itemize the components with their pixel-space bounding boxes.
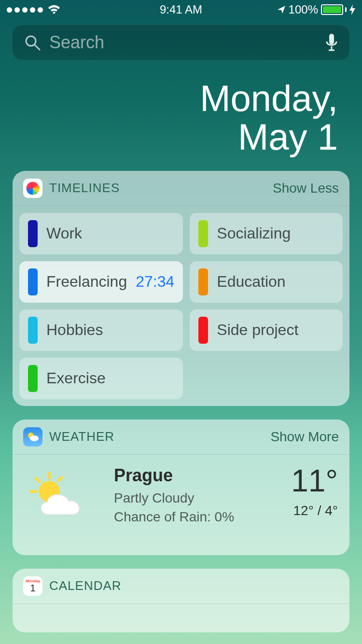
wifi-icon bbox=[48, 5, 60, 14]
tile-color-swatch bbox=[28, 220, 38, 247]
tile-label: Socializing bbox=[217, 224, 334, 242]
search-icon bbox=[24, 34, 41, 51]
location-icon bbox=[277, 5, 286, 14]
timeline-tile[interactable]: Freelancing27:34 bbox=[19, 261, 183, 303]
date-display: Monday, May 1 bbox=[0, 60, 362, 171]
tile-color-swatch bbox=[28, 317, 38, 344]
svg-rect-2 bbox=[329, 34, 334, 44]
timelines-app-icon bbox=[23, 179, 42, 198]
status-left bbox=[7, 5, 60, 14]
weather-temp-current: 11° bbox=[291, 465, 338, 496]
tile-label: Hobbies bbox=[46, 321, 174, 339]
timelines-title: TIMELINES bbox=[49, 181, 266, 196]
timelines-tiles: WorkSocializingFreelancing27:34Education… bbox=[19, 213, 343, 399]
tile-label: Freelancing bbox=[46, 273, 127, 291]
weather-body[interactable]: Prague Partly Cloudy Chance of Rain: 0% … bbox=[13, 454, 349, 555]
weather-condition: Partly Cloudy bbox=[114, 489, 274, 507]
tile-label: Education bbox=[217, 273, 334, 291]
weather-header[interactable]: WEATHER Show More bbox=[13, 420, 349, 454]
calendar-header[interactable]: Monday 1 CALENDAR bbox=[13, 569, 349, 603]
tile-color-swatch bbox=[28, 365, 38, 392]
tile-timer: 27:34 bbox=[136, 273, 174, 291]
tile-label: Exercise bbox=[46, 369, 174, 387]
partly-cloudy-icon bbox=[24, 465, 97, 523]
charging-icon bbox=[349, 4, 355, 15]
microphone-icon[interactable] bbox=[325, 33, 338, 52]
tile-color-swatch bbox=[198, 220, 208, 247]
calendar-body[interactable] bbox=[13, 603, 349, 632]
svg-line-1 bbox=[35, 45, 40, 50]
calendar-app-icon: Monday 1 bbox=[23, 576, 42, 596]
status-right: 100% bbox=[277, 3, 355, 16]
timeline-tile[interactable]: Side project bbox=[190, 309, 343, 351]
signal-strength-icon bbox=[7, 7, 43, 13]
timeline-tile[interactable]: Exercise bbox=[19, 358, 183, 399]
weather-temp-hilo: 12° / 4° bbox=[291, 503, 338, 518]
status-bar: 9:41 AM 100% bbox=[0, 0, 362, 19]
weather-location: Prague bbox=[114, 465, 274, 486]
timeline-tile[interactable]: Socializing bbox=[190, 213, 343, 254]
battery-icon bbox=[321, 4, 347, 15]
tile-label: Work bbox=[46, 224, 174, 242]
date-month-day: May 1 bbox=[24, 118, 338, 156]
svg-line-9 bbox=[36, 478, 40, 481]
tile-color-swatch bbox=[198, 317, 208, 344]
calendar-widget: Monday 1 CALENDAR bbox=[13, 569, 349, 632]
svg-point-7 bbox=[30, 435, 39, 441]
search-bar[interactable] bbox=[13, 25, 349, 60]
calendar-title: CALENDAR bbox=[49, 578, 339, 593]
date-weekday: Monday, bbox=[24, 79, 338, 118]
battery-percent: 100% bbox=[289, 3, 318, 16]
timelines-toggle[interactable]: Show Less bbox=[273, 181, 339, 196]
timeline-tile[interactable]: Education bbox=[190, 261, 343, 303]
weather-toggle[interactable]: Show More bbox=[270, 429, 339, 445]
tile-color-swatch bbox=[28, 268, 38, 295]
tile-label: Side project bbox=[217, 321, 334, 339]
tile-color-swatch bbox=[198, 268, 208, 295]
timeline-tile[interactable]: Work bbox=[19, 213, 183, 254]
timelines-header[interactable]: TIMELINES Show Less bbox=[13, 171, 349, 206]
timeline-tile[interactable]: Hobbies bbox=[19, 309, 183, 351]
weather-rain: Chance of Rain: 0% bbox=[114, 507, 274, 526]
weather-widget: WEATHER Show More Prague Partly Cloudy C… bbox=[13, 420, 349, 555]
weather-title: WEATHER bbox=[49, 429, 264, 444]
search-input[interactable] bbox=[49, 32, 317, 53]
weather-app-icon bbox=[23, 427, 42, 447]
status-time: 9:41 AM bbox=[160, 3, 202, 16]
svg-line-11 bbox=[58, 477, 61, 480]
timelines-widget: TIMELINES Show Less WorkSocializingFreel… bbox=[13, 171, 349, 406]
